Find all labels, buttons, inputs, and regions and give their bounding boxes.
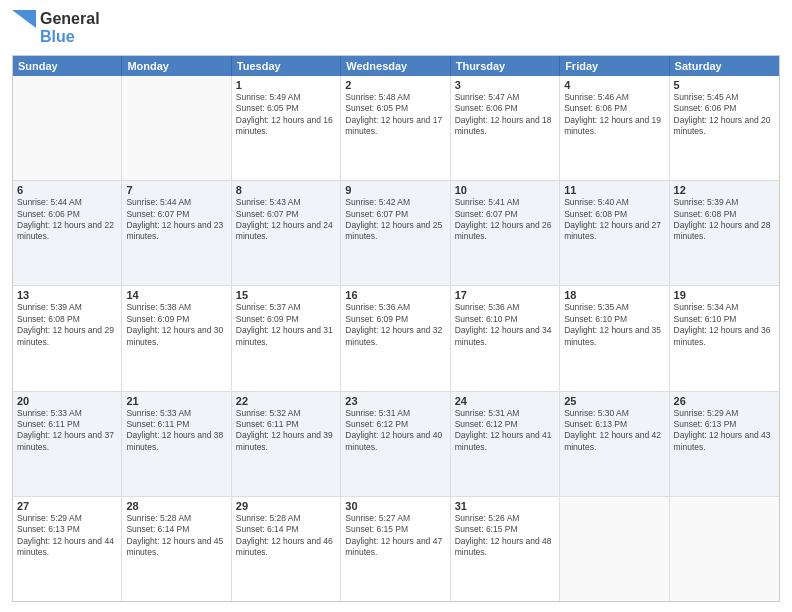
day-number: 2 xyxy=(345,79,445,91)
day-cell: 22Sunrise: 5:32 AM Sunset: 6:11 PM Dayli… xyxy=(232,392,341,496)
weekday-header: Friday xyxy=(560,56,669,76)
day-number: 31 xyxy=(455,500,555,512)
logo-general: General xyxy=(40,10,100,28)
header: GeneralBlue xyxy=(12,10,780,47)
day-number: 15 xyxy=(236,289,336,301)
day-info: Sunrise: 5:37 AM Sunset: 6:09 PM Dayligh… xyxy=(236,302,336,348)
day-cell: 24Sunrise: 5:31 AM Sunset: 6:12 PM Dayli… xyxy=(451,392,560,496)
day-cell: 23Sunrise: 5:31 AM Sunset: 6:12 PM Dayli… xyxy=(341,392,450,496)
day-number: 23 xyxy=(345,395,445,407)
day-cell: 1Sunrise: 5:49 AM Sunset: 6:05 PM Daylig… xyxy=(232,76,341,180)
day-number: 21 xyxy=(126,395,226,407)
day-cell: 9Sunrise: 5:42 AM Sunset: 6:07 PM Daylig… xyxy=(341,181,450,285)
day-cell: 3Sunrise: 5:47 AM Sunset: 6:06 PM Daylig… xyxy=(451,76,560,180)
day-info: Sunrise: 5:47 AM Sunset: 6:06 PM Dayligh… xyxy=(455,92,555,138)
day-cell: 30Sunrise: 5:27 AM Sunset: 6:15 PM Dayli… xyxy=(341,497,450,601)
day-number: 27 xyxy=(17,500,117,512)
day-cell: 31Sunrise: 5:26 AM Sunset: 6:15 PM Dayli… xyxy=(451,497,560,601)
day-cell: 27Sunrise: 5:29 AM Sunset: 6:13 PM Dayli… xyxy=(13,497,122,601)
day-number: 7 xyxy=(126,184,226,196)
calendar-row: 27Sunrise: 5:29 AM Sunset: 6:13 PM Dayli… xyxy=(13,497,779,601)
day-info: Sunrise: 5:30 AM Sunset: 6:13 PM Dayligh… xyxy=(564,408,664,454)
day-number: 8 xyxy=(236,184,336,196)
day-info: Sunrise: 5:49 AM Sunset: 6:05 PM Dayligh… xyxy=(236,92,336,138)
empty-cell xyxy=(13,76,122,180)
day-info: Sunrise: 5:43 AM Sunset: 6:07 PM Dayligh… xyxy=(236,197,336,243)
day-info: Sunrise: 5:40 AM Sunset: 6:08 PM Dayligh… xyxy=(564,197,664,243)
day-number: 22 xyxy=(236,395,336,407)
calendar-row: 13Sunrise: 5:39 AM Sunset: 6:08 PM Dayli… xyxy=(13,286,779,391)
day-cell: 28Sunrise: 5:28 AM Sunset: 6:14 PM Dayli… xyxy=(122,497,231,601)
empty-cell xyxy=(560,497,669,601)
weekday-header: Sunday xyxy=(13,56,122,76)
weekday-header: Wednesday xyxy=(341,56,450,76)
day-number: 16 xyxy=(345,289,445,301)
day-info: Sunrise: 5:33 AM Sunset: 6:11 PM Dayligh… xyxy=(126,408,226,454)
day-number: 28 xyxy=(126,500,226,512)
day-cell: 29Sunrise: 5:28 AM Sunset: 6:14 PM Dayli… xyxy=(232,497,341,601)
day-info: Sunrise: 5:42 AM Sunset: 6:07 PM Dayligh… xyxy=(345,197,445,243)
day-info: Sunrise: 5:27 AM Sunset: 6:15 PM Dayligh… xyxy=(345,513,445,559)
day-info: Sunrise: 5:36 AM Sunset: 6:10 PM Dayligh… xyxy=(455,302,555,348)
day-number: 26 xyxy=(674,395,775,407)
day-number: 20 xyxy=(17,395,117,407)
day-number: 11 xyxy=(564,184,664,196)
day-cell: 18Sunrise: 5:35 AM Sunset: 6:10 PM Dayli… xyxy=(560,286,669,390)
day-cell: 26Sunrise: 5:29 AM Sunset: 6:13 PM Dayli… xyxy=(670,392,779,496)
svg-marker-0 xyxy=(12,10,36,28)
day-cell: 14Sunrise: 5:38 AM Sunset: 6:09 PM Dayli… xyxy=(122,286,231,390)
day-info: Sunrise: 5:39 AM Sunset: 6:08 PM Dayligh… xyxy=(674,197,775,243)
day-cell: 19Sunrise: 5:34 AM Sunset: 6:10 PM Dayli… xyxy=(670,286,779,390)
day-number: 18 xyxy=(564,289,664,301)
day-cell: 10Sunrise: 5:41 AM Sunset: 6:07 PM Dayli… xyxy=(451,181,560,285)
day-number: 13 xyxy=(17,289,117,301)
day-number: 10 xyxy=(455,184,555,196)
day-number: 3 xyxy=(455,79,555,91)
day-info: Sunrise: 5:38 AM Sunset: 6:09 PM Dayligh… xyxy=(126,302,226,348)
empty-cell xyxy=(122,76,231,180)
calendar-row: 20Sunrise: 5:33 AM Sunset: 6:11 PM Dayli… xyxy=(13,392,779,497)
day-number: 14 xyxy=(126,289,226,301)
day-number: 29 xyxy=(236,500,336,512)
calendar: SundayMondayTuesdayWednesdayThursdayFrid… xyxy=(12,55,780,602)
day-cell: 12Sunrise: 5:39 AM Sunset: 6:08 PM Dayli… xyxy=(670,181,779,285)
day-cell: 4Sunrise: 5:46 AM Sunset: 6:06 PM Daylig… xyxy=(560,76,669,180)
day-number: 12 xyxy=(674,184,775,196)
day-cell: 20Sunrise: 5:33 AM Sunset: 6:11 PM Dayli… xyxy=(13,392,122,496)
day-number: 6 xyxy=(17,184,117,196)
weekday-header: Saturday xyxy=(670,56,779,76)
day-info: Sunrise: 5:48 AM Sunset: 6:05 PM Dayligh… xyxy=(345,92,445,138)
calendar-header: SundayMondayTuesdayWednesdayThursdayFrid… xyxy=(13,56,779,76)
day-info: Sunrise: 5:34 AM Sunset: 6:10 PM Dayligh… xyxy=(674,302,775,348)
page-container: GeneralBlue SundayMondayTuesdayWednesday… xyxy=(0,0,792,612)
day-info: Sunrise: 5:31 AM Sunset: 6:12 PM Dayligh… xyxy=(455,408,555,454)
weekday-header: Monday xyxy=(122,56,231,76)
day-info: Sunrise: 5:45 AM Sunset: 6:06 PM Dayligh… xyxy=(674,92,775,138)
day-info: Sunrise: 5:36 AM Sunset: 6:09 PM Dayligh… xyxy=(345,302,445,348)
day-number: 9 xyxy=(345,184,445,196)
day-info: Sunrise: 5:44 AM Sunset: 6:06 PM Dayligh… xyxy=(17,197,117,243)
day-info: Sunrise: 5:35 AM Sunset: 6:10 PM Dayligh… xyxy=(564,302,664,348)
day-cell: 13Sunrise: 5:39 AM Sunset: 6:08 PM Dayli… xyxy=(13,286,122,390)
day-info: Sunrise: 5:31 AM Sunset: 6:12 PM Dayligh… xyxy=(345,408,445,454)
day-info: Sunrise: 5:32 AM Sunset: 6:11 PM Dayligh… xyxy=(236,408,336,454)
day-number: 17 xyxy=(455,289,555,301)
day-info: Sunrise: 5:46 AM Sunset: 6:06 PM Dayligh… xyxy=(564,92,664,138)
day-number: 30 xyxy=(345,500,445,512)
day-info: Sunrise: 5:28 AM Sunset: 6:14 PM Dayligh… xyxy=(236,513,336,559)
calendar-row: 6Sunrise: 5:44 AM Sunset: 6:06 PM Daylig… xyxy=(13,181,779,286)
day-info: Sunrise: 5:26 AM Sunset: 6:15 PM Dayligh… xyxy=(455,513,555,559)
day-info: Sunrise: 5:28 AM Sunset: 6:14 PM Dayligh… xyxy=(126,513,226,559)
day-number: 1 xyxy=(236,79,336,91)
day-info: Sunrise: 5:33 AM Sunset: 6:11 PM Dayligh… xyxy=(17,408,117,454)
day-cell: 11Sunrise: 5:40 AM Sunset: 6:08 PM Dayli… xyxy=(560,181,669,285)
day-cell: 8Sunrise: 5:43 AM Sunset: 6:07 PM Daylig… xyxy=(232,181,341,285)
weekday-header: Tuesday xyxy=(232,56,341,76)
day-info: Sunrise: 5:29 AM Sunset: 6:13 PM Dayligh… xyxy=(17,513,117,559)
logo: GeneralBlue xyxy=(12,10,100,47)
calendar-row: 1Sunrise: 5:49 AM Sunset: 6:05 PM Daylig… xyxy=(13,76,779,181)
day-cell: 21Sunrise: 5:33 AM Sunset: 6:11 PM Dayli… xyxy=(122,392,231,496)
day-cell: 16Sunrise: 5:36 AM Sunset: 6:09 PM Dayli… xyxy=(341,286,450,390)
day-cell: 7Sunrise: 5:44 AM Sunset: 6:07 PM Daylig… xyxy=(122,181,231,285)
calendar-body: 1Sunrise: 5:49 AM Sunset: 6:05 PM Daylig… xyxy=(13,76,779,601)
